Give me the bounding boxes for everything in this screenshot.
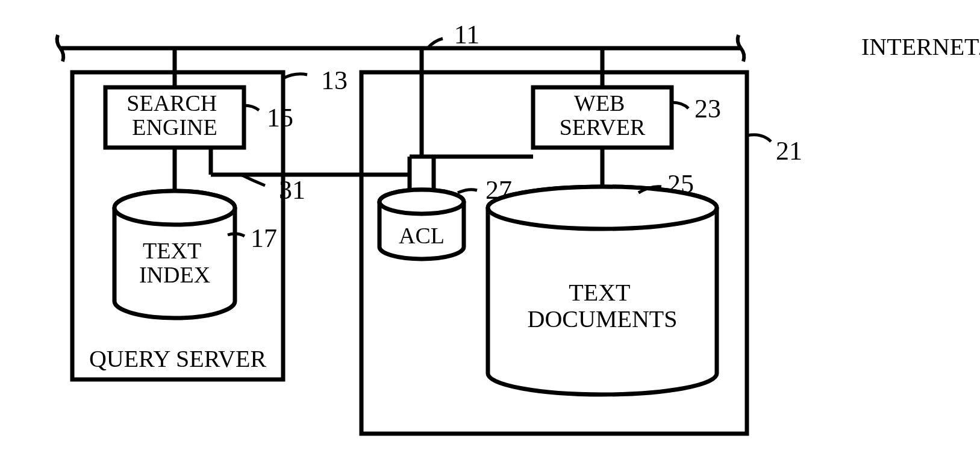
ref-text-index: 17	[251, 223, 277, 253]
ref-network: 11	[454, 20, 479, 49]
text-documents-cylinder: TEXT DOCUMENTS 25	[488, 169, 717, 395]
search-engine-line1: SEARCH	[126, 90, 217, 116]
network-label: INTERNET/INTRANET	[861, 33, 980, 60]
network-bus: 11 INTERNET/INTRANET	[57, 20, 980, 61]
link-31: 31	[211, 148, 410, 205]
ref-text-documents: 25	[667, 169, 694, 199]
acl-label: ACL	[399, 223, 445, 248]
svg-point-9	[114, 191, 235, 225]
svg-text:SEARCH
      ENGINE: SEARCH ENGINE	[126, 90, 222, 140]
search-engine-line2: ENGINE	[132, 114, 217, 140]
svg-text:TEXT
      INDEX: TEXT INDEX	[139, 238, 210, 287]
architecture-diagram: 11 INTERNET/INTRANET QUERY SERVER 13 SEA…	[0, 0, 980, 468]
web-server-line1: WEB	[574, 90, 625, 116]
search-engine-box: SEARCH ENGINE 15	[105, 87, 293, 148]
ref-acl: 27	[485, 175, 512, 205]
web-server-line2: SERVER	[560, 114, 646, 140]
ref-search-engine: 15	[267, 103, 293, 133]
text-index-line1: TEXT	[143, 238, 201, 263]
ref-query-container: 13	[321, 66, 348, 95]
text-index-cylinder: TEXT INDEX 17	[114, 191, 277, 318]
text-documents-line1: TEXT	[569, 279, 630, 306]
text-index-line2: INDEX	[139, 262, 210, 287]
text-documents-line2: DOCUMENTS	[528, 305, 678, 332]
query-server-label: QUERY SERVER	[89, 345, 267, 372]
svg-point-19	[379, 190, 464, 214]
ref-web-server: 23	[694, 94, 721, 123]
web-server-box: WEB SERVER 23	[533, 87, 721, 148]
ref-web-container: 21	[776, 136, 802, 166]
ref-link: 31	[279, 175, 305, 205]
